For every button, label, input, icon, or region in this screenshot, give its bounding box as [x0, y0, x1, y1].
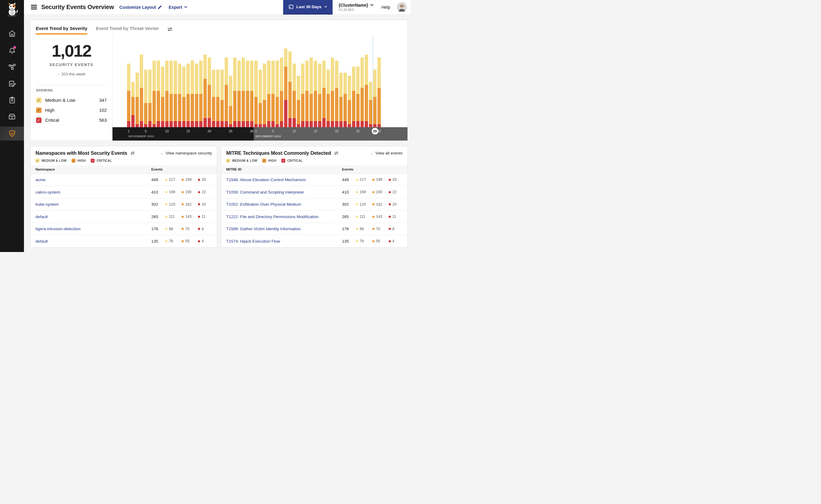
- stacked-bar[interactable]: [216, 70, 220, 127]
- stacked-bar[interactable]: [267, 61, 271, 127]
- stacked-bar[interactable]: [199, 61, 202, 127]
- stacked-bar[interactable]: [331, 58, 334, 127]
- menu-hamburger-icon[interactable]: [31, 5, 37, 9]
- selected-day-badge[interactable]: 29: [372, 128, 378, 134]
- mitre-technique-link[interactable]: T1052: Exfiltration Over Physical Medium: [226, 202, 342, 207]
- stacked-bar[interactable]: [284, 48, 288, 127]
- stacked-bar[interactable]: [174, 61, 177, 127]
- checkbox-critical[interactable]: ✓: [91, 159, 95, 163]
- sidebar-item-alerts[interactable]: [0, 42, 24, 58]
- mitre-technique-link[interactable]: T1059: Command and Scripting Interpreter: [226, 190, 342, 194]
- stacked-bar[interactable]: [356, 67, 360, 127]
- mitre-technique-link[interactable]: T1589: Gather Victim Identity Informatio…: [226, 227, 342, 231]
- stacked-bar[interactable]: [314, 61, 317, 127]
- stacked-bar[interactable]: [165, 61, 168, 127]
- tab-event-trend-by-severity[interactable]: Event Trend by Severity: [36, 26, 87, 35]
- stacked-bar[interactable]: [238, 61, 241, 127]
- customize-layout-button[interactable]: Customize Layout: [119, 5, 162, 10]
- view-all-events-link[interactable]: → View all events: [369, 151, 403, 155]
- namespace-link[interactable]: acme: [35, 177, 151, 182]
- checkbox-medium-low[interactable]: ✓: [226, 159, 230, 163]
- stacked-bar[interactable]: [148, 70, 151, 127]
- stacked-bar[interactable]: [335, 61, 338, 127]
- stacked-bar[interactable]: [135, 73, 139, 127]
- filter-sliders-icon[interactable]: [167, 27, 172, 31]
- stacked-bar[interactable]: [182, 67, 185, 127]
- stacked-bar[interactable]: [233, 58, 237, 127]
- stacked-bar[interactable]: [169, 61, 173, 127]
- stacked-bar[interactable]: [305, 61, 309, 127]
- checkbox-critical[interactable]: ✓: [281, 159, 285, 163]
- stacked-bar[interactable]: [280, 58, 283, 127]
- stacked-bar[interactable]: [131, 82, 135, 127]
- stacked-bar[interactable]: [318, 64, 321, 127]
- stacked-bar[interactable]: [242, 58, 245, 127]
- checkbox-medium-low[interactable]: ✓: [36, 98, 42, 103]
- stacked-bar[interactable]: [301, 64, 304, 127]
- help-link[interactable]: Help: [381, 5, 390, 10]
- stacked-bar[interactable]: [161, 67, 164, 127]
- stacked-bar[interactable]: [327, 70, 330, 127]
- stacked-bar[interactable]: [191, 61, 194, 127]
- stacked-bar[interactable]: [263, 64, 266, 127]
- sidebar-item-catalog[interactable]: [0, 108, 24, 125]
- sidebar-item-service-graph[interactable]: [0, 58, 24, 75]
- stacked-bar[interactable]: [297, 76, 300, 127]
- stacked-bar[interactable]: [221, 70, 224, 127]
- stacked-bar[interactable]: [369, 82, 372, 127]
- user-avatar[interactable]: [397, 2, 407, 12]
- export-button[interactable]: Export: [168, 5, 187, 10]
- stacked-bar[interactable]: [127, 64, 130, 127]
- stacked-bar[interactable]: [246, 61, 249, 127]
- stacked-bar[interactable]: [348, 76, 351, 127]
- stacked-bar[interactable]: [373, 70, 377, 127]
- stacked-bar[interactable]: [152, 61, 156, 127]
- stacked-bar[interactable]: [212, 70, 215, 127]
- stacked-bar[interactable]: [339, 73, 343, 127]
- sidebar-item-threat-defense[interactable]: [0, 127, 24, 141]
- stacked-bar[interactable]: [365, 55, 368, 127]
- stacked-bar[interactable]: [276, 61, 279, 127]
- stacked-bar[interactable]: [310, 58, 313, 127]
- stacked-bar[interactable]: [208, 58, 211, 127]
- cluster-selector[interactable]: {ClusterName} V1.26 AKS: [339, 3, 374, 12]
- checkbox-high[interactable]: ✓: [36, 108, 42, 113]
- namespace-link[interactable]: tigera-intrusion-detection: [35, 227, 151, 231]
- namespace-link[interactable]: default: [35, 239, 151, 244]
- stacked-bar[interactable]: [186, 64, 190, 127]
- stacked-bar[interactable]: [229, 76, 232, 127]
- filter-sliders-icon[interactable]: [130, 151, 135, 155]
- stacked-bar[interactable]: [140, 55, 143, 127]
- namespace-link[interactable]: kube-system: [35, 202, 151, 207]
- checkbox-critical[interactable]: ✓: [36, 118, 42, 123]
- checkbox-high[interactable]: ✓: [71, 159, 75, 163]
- stacked-bar[interactable]: [203, 55, 207, 127]
- stacked-bar[interactable]: [271, 61, 275, 127]
- checkbox-high[interactable]: ✓: [262, 159, 266, 163]
- stacked-bar[interactable]: [144, 70, 147, 127]
- stacked-bar[interactable]: [352, 67, 355, 127]
- stacked-bar[interactable]: [344, 73, 347, 127]
- stacked-bar[interactable]: [322, 61, 326, 127]
- sidebar-item-home[interactable]: [0, 25, 24, 42]
- sidebar-item-compliance[interactable]: [0, 92, 24, 108]
- stacked-bar[interactable]: [178, 64, 181, 127]
- tab-event-trend-by-threat-vector[interactable]: Event Trend by Threat Vector: [96, 26, 159, 35]
- date-range-button[interactable]: Last 30 Days: [283, 0, 333, 15]
- sidebar-item-policies[interactable]: [0, 75, 24, 92]
- view-namespace-security-link[interactable]: → View namespace security: [159, 151, 212, 155]
- mitre-technique-link[interactable]: T1222: File and Directory Permissions Mo…: [226, 214, 342, 219]
- stacked-bar[interactable]: [250, 61, 254, 127]
- checkbox-medium-low[interactable]: ✓: [35, 159, 39, 163]
- stacked-bar[interactable]: [288, 51, 292, 127]
- stacked-bar[interactable]: [254, 61, 258, 127]
- stacked-bar[interactable]: [195, 64, 198, 127]
- stacked-bar[interactable]: [377, 58, 381, 127]
- stacked-bar[interactable]: [361, 58, 364, 127]
- stacked-bar[interactable]: [259, 70, 262, 127]
- stacked-bar[interactable]: [157, 61, 160, 127]
- namespace-link[interactable]: default: [35, 214, 151, 219]
- filter-sliders-icon[interactable]: [334, 151, 339, 155]
- mitre-technique-link[interactable]: T1574: Hijack Execution Flow: [226, 239, 342, 244]
- namespace-link[interactable]: calico-system: [35, 190, 151, 194]
